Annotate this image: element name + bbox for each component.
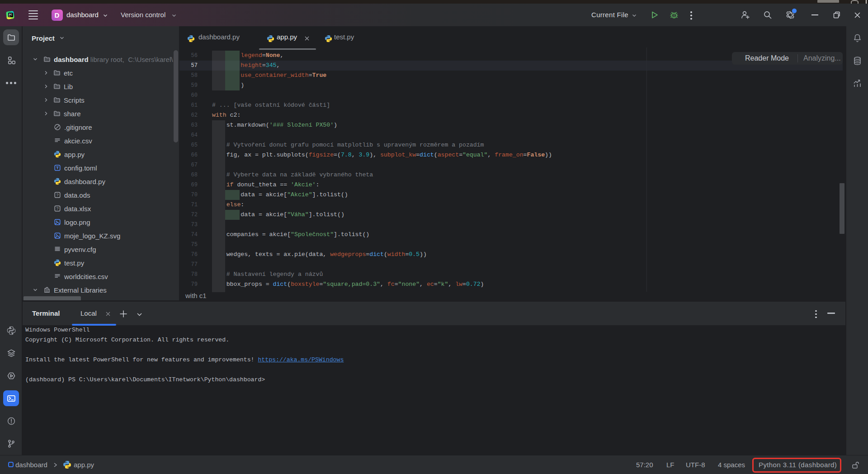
svg-text:?: ?: [56, 193, 58, 197]
svg-text:?: ?: [56, 206, 58, 211]
